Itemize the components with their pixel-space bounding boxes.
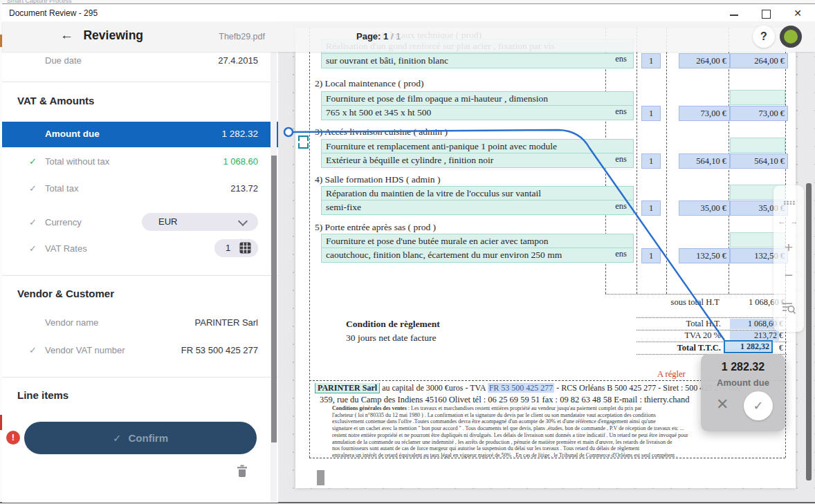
captured-text-region[interactable]: Réparation du maintien de la vitre de l'… <box>321 186 634 201</box>
page-separator: / <box>388 31 396 41</box>
captured-line-total[interactable]: 73,00 € <box>730 106 788 121</box>
confirm-button[interactable]: ✓Confirm <box>24 422 257 454</box>
page-title: Reviewing <box>83 28 143 42</box>
captured-unit-price[interactable]: 73,00 € <box>679 106 730 121</box>
delete-document-button[interactable] <box>237 464 248 480</box>
reject-value-button[interactable]: ✕ <box>716 395 729 413</box>
vendor-vat-label: Vendor VAT number <box>45 345 125 355</box>
currency-symbol: € <box>779 343 783 353</box>
captured-unit-price[interactable]: 132,50 € <box>679 248 730 263</box>
line-item-desc: Fourniture et remplacement anti-panique … <box>326 141 557 151</box>
column-divider <box>637 28 637 294</box>
viewer-toolbar: ← → + − <box>773 185 804 332</box>
check-icon: ✓ <box>29 156 37 167</box>
captured-unit-price[interactable]: 35,00 € <box>679 200 730 216</box>
captured-text-region[interactable]: sur ouvrant et bâti, finition blanc <box>321 53 634 68</box>
line-item-desc: sur ouvrant et bâti, finition blanc <box>326 55 448 66</box>
field-row-amount-due[interactable]: Amount due 1 282.32 <box>2 122 278 147</box>
bracket-bottom <box>298 143 309 149</box>
payment-terms-text: 30 jours net date facture <box>346 333 436 344</box>
table-bottom-line <box>605 294 786 295</box>
captured-vendor-name[interactable]: PARINTER Sarl <box>315 383 380 393</box>
unit-cell: ens <box>605 54 637 64</box>
document-filename: Thefb29.pdf <box>194 32 265 41</box>
check-icon: ✓ <box>113 432 122 444</box>
vendor-name-label: Vendor name <box>45 317 98 328</box>
captured-empty-region[interactable] <box>730 138 785 153</box>
captured-vendor-vat[interactable]: FR 53 500 425 277 <box>488 383 555 393</box>
section-divider <box>2 275 278 276</box>
maximize-button[interactable] <box>754 4 778 22</box>
captured-line-total[interactable]: 264,00 € <box>730 53 788 68</box>
scrollbar-fragment <box>317 470 324 485</box>
search-document-icon[interactable] <box>773 301 804 317</box>
invoice-border-bottom <box>309 458 785 458</box>
back-button[interactable]: ← Reviewing <box>60 28 143 46</box>
captured-text-region[interactable]: caoutchouc, finition blanc, écartement d… <box>321 248 634 263</box>
selection-handle-icon[interactable] <box>298 136 309 149</box>
total-ttc-label: Total T.T.C. <box>637 343 721 353</box>
fit-width-icon[interactable]: ← → <box>773 217 804 225</box>
help-button[interactable]: ? <box>753 26 775 48</box>
captured-qty[interactable]: 1 <box>641 53 661 68</box>
unit-cell: ens <box>605 201 637 212</box>
zoom-out-icon[interactable]: − <box>773 267 804 283</box>
dots-grid-icon <box>783 200 795 205</box>
app-header: ← Reviewing Thefb29.pdf Page: 1 / 1 ? <box>2 21 815 52</box>
currency-label: Currency <box>45 217 82 227</box>
vendor-name-value: PARINTER Sarl <box>195 317 259 328</box>
section-title-line-items: Line items <box>17 389 68 401</box>
vat-rates-count: 1 <box>226 243 230 253</box>
document-scrollbar[interactable] <box>806 183 812 480</box>
avatar-status-dot <box>784 30 798 44</box>
captured-text-region[interactable]: Fourniture et remplacement anti-panique … <box>321 139 634 154</box>
captured-total-ht[interactable]: 1 068,60 <box>730 319 779 329</box>
captured-qty[interactable]: 1 <box>641 248 661 263</box>
captured-text-region[interactable]: semi-fixe <box>321 200 634 215</box>
user-avatar[interactable] <box>780 26 802 48</box>
vat-rates-button[interactable]: 1 <box>214 239 258 257</box>
popup-value: 1 282.32 <box>701 361 785 373</box>
due-date-value[interactable]: 27.4.2015 <box>218 55 258 66</box>
column-divider <box>666 28 667 294</box>
close-button[interactable]: ✕ <box>786 4 809 22</box>
fine-print-line: annulation de la commande ou réclamer un… <box>332 439 783 446</box>
total-without-tax-label: Total without tax <box>45 156 109 167</box>
captured-qty[interactable]: 1 <box>641 153 661 169</box>
captured-unit-price[interactable]: 564,10 € <box>679 153 730 169</box>
conditions-lead: Conditions générales des ventes <box>332 405 407 411</box>
captured-text-region[interactable]: Extérieur à béquille et cylindre , finit… <box>321 153 634 168</box>
captured-qty[interactable]: 1 <box>641 106 661 121</box>
captured-text-region[interactable]: Fourniture et pose d'une butée murale en… <box>321 234 634 249</box>
captured-text-region[interactable]: Fourniture et pose de film opaque a mi-h… <box>321 91 634 106</box>
invoice-border-left <box>309 28 310 458</box>
popup-field-label: Amount due <box>701 377 785 388</box>
page-total: 1 <box>396 31 401 41</box>
selected-amount-due-region[interactable]: 1 282,32 <box>724 340 773 353</box>
currency-symbol: € <box>779 330 783 341</box>
currency-dropdown[interactable]: EUR <box>142 213 258 231</box>
accept-value-button[interactable]: ✓ <box>744 391 773 420</box>
check-icon: ✓ <box>29 243 37 254</box>
sidebar-scrollbar[interactable] <box>271 156 277 442</box>
captured-line-total[interactable]: 564,10 € <box>730 153 788 169</box>
screen: Smart Capture Process Document Review - … <box>0 0 815 504</box>
captured-qty[interactable]: 1 <box>641 200 661 216</box>
captured-text-region[interactable]: 765 x ht 500 et 345 x ht 500 <box>321 105 634 120</box>
captured-empty-region[interactable] <box>730 90 785 105</box>
captured-tva[interactable]: 213,72 <box>730 330 779 341</box>
footer-text: au capital de 3000 €uros - TVA <box>380 383 488 393</box>
drag-dots-icon[interactable] <box>773 195 804 207</box>
vat-rates-label: VAT Rates <box>45 243 87 254</box>
bracket-top <box>298 136 309 141</box>
section-divider <box>2 377 278 377</box>
captured-unit-price[interactable]: 264,00 € <box>679 53 730 68</box>
error-badge-icon[interactable]: ! <box>6 431 20 445</box>
table-grid-icon <box>239 242 251 256</box>
section-divider <box>2 82 278 82</box>
zoom-in-icon[interactable]: + <box>773 239 804 256</box>
trash-icon <box>237 464 248 477</box>
check-icon: ✓ <box>29 183 37 194</box>
amount-due-label: Amount due <box>45 129 100 139</box>
minimize-button[interactable] <box>722 4 746 22</box>
